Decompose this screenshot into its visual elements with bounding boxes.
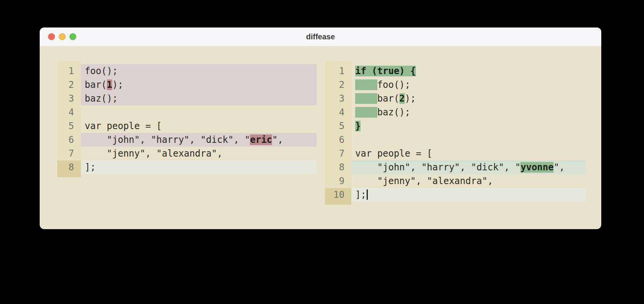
diff-line[interactable]: "john", "harry", "dick", "yvonne", (351, 160, 586, 174)
diff-line[interactable]: if (true) { (351, 64, 586, 78)
line-number: 1 (57, 64, 81, 78)
line-number: 10 (325, 188, 351, 202)
code-text: foo(); (377, 79, 411, 90)
diff-line[interactable]: "jenny", "alexandra", (81, 147, 317, 160)
diff-line[interactable]: bar(1); (81, 78, 317, 92)
removed-text: eric (250, 134, 272, 145)
line-number: 8 (325, 160, 351, 174)
line-number: 7 (325, 147, 351, 160)
code-text: "jenny", "alexandra", (85, 148, 222, 159)
code-text: "john", "harry", "dick", " (85, 134, 250, 145)
added-indent (355, 93, 377, 104)
line-number: 8 (57, 160, 81, 174)
added-text: if (true) { (355, 66, 416, 76)
added-indent (355, 79, 377, 90)
line-number: 2 (57, 78, 81, 92)
diff-line[interactable]: var people = [ (351, 147, 586, 160)
code-text: ); (405, 93, 416, 104)
traffic-lights (48, 27, 76, 46)
code-text: ]; (355, 189, 366, 200)
line-number: 6 (57, 133, 81, 147)
line-number: 3 (57, 92, 81, 105)
added-text: yvonne (520, 162, 554, 173)
diff-line[interactable] (81, 105, 317, 119)
code-text: var people = [ (355, 148, 432, 159)
diff-line[interactable]: var people = [ (81, 119, 317, 133)
diff-line[interactable]: "john", "harry", "dick", "eric", (81, 133, 317, 147)
line-number: 2 (325, 78, 351, 92)
title-bar[interactable]: diffease (40, 27, 601, 46)
line-number: 7 (57, 147, 81, 160)
app-window: diffease 12345678 foo();bar(1);baz();var… (40, 27, 601, 229)
diff-line[interactable]: } (351, 119, 586, 133)
diff-line[interactable]: baz(); (351, 105, 586, 119)
line-number: 9 (325, 174, 351, 188)
code-text: baz(); (377, 107, 411, 118)
zoom-button[interactable] (69, 33, 76, 40)
code-text: "john", "harry", "dick", " (355, 162, 520, 173)
diff-line[interactable]: foo(); (351, 78, 586, 92)
line-number: 5 (325, 119, 351, 133)
window-title: diffease (40, 32, 601, 41)
code-text: ", (554, 162, 565, 173)
close-button[interactable] (48, 33, 55, 40)
removed-text: 1 (107, 79, 112, 90)
diff-line[interactable]: bar(2); (351, 92, 586, 105)
code-text: ", (272, 134, 283, 145)
added-text: } (355, 121, 361, 131)
added-indent (355, 107, 377, 118)
diff-pane-left: 12345678 foo();bar(1);baz();var people =… (57, 61, 317, 177)
diff-line[interactable]: foo(); (81, 64, 317, 78)
line-number: 4 (325, 105, 351, 119)
code-text: ]; (85, 162, 96, 173)
code-text: bar( (377, 93, 399, 104)
diff-line[interactable]: ]; (81, 160, 317, 174)
diff-line[interactable] (351, 133, 586, 147)
text-cursor (367, 189, 368, 200)
diff-line[interactable]: ]; (351, 188, 586, 202)
line-number: 3 (325, 92, 351, 105)
line-number: 5 (57, 119, 81, 133)
line-number: 1 (325, 64, 351, 78)
code-text: "jenny", "alexandra", (355, 176, 493, 186)
code-text: baz(); (85, 93, 118, 104)
diff-line[interactable]: baz(); (81, 92, 317, 105)
code-text: var people = [ (85, 121, 162, 131)
line-number-gutter: 12345678 (57, 61, 81, 177)
line-number: 4 (57, 105, 81, 119)
diff-line[interactable]: "jenny", "alexandra", (351, 174, 586, 188)
code-text: bar( (85, 79, 107, 90)
code-area-right: if (true) { foo(); bar(2); baz();}var pe… (351, 61, 586, 205)
code-text: foo(); (85, 66, 118, 76)
line-number-gutter: 12345678910 (325, 61, 351, 205)
diff-pane-right: 12345678910 if (true) { foo(); bar(2); b… (325, 61, 586, 205)
added-text: 2 (399, 93, 405, 104)
line-number: 6 (325, 133, 351, 147)
code-text: ); (112, 79, 123, 90)
code-area-left: foo();bar(1);baz();var people = [ "john"… (81, 61, 317, 177)
minimize-button[interactable] (59, 33, 66, 40)
